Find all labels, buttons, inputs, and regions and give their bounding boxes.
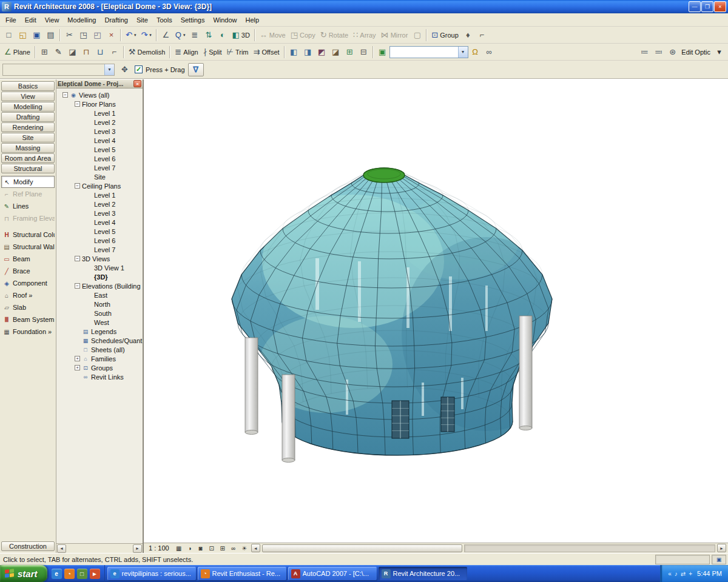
taskbar-task-revitpilipinas-serious[interactable]: erevitpilipinas : serious... [107, 567, 196, 580]
canvas-scrollbar-track[interactable] [464, 544, 715, 552]
taskbar-clock[interactable]: 5:44 PM [697, 570, 722, 577]
new-button[interactable]: □ [2, 28, 16, 42]
tree-item-west[interactable]: West [56, 318, 143, 327]
canvas-scroll-left-icon[interactable]: ◄ [251, 544, 260, 552]
tree-item-north[interactable]: North [56, 299, 143, 309]
network-icon[interactable]: ⇄ [681, 570, 686, 577]
dropdown-arrow-icon[interactable]: ▾ [149, 33, 152, 38]
camera-button[interactable]: ◐ [215, 28, 229, 42]
tree-item-level-7[interactable]: Level 7 [56, 163, 143, 172]
redo-button[interactable]: ↷▾ [138, 28, 153, 42]
split-button[interactable]: ∤Split [201, 45, 224, 59]
scroll-left-icon[interactable]: ◄ [57, 544, 66, 553]
tree-item-3d-view-1[interactable]: 3D View 1 [56, 263, 143, 272]
cut-geometry-button[interactable]: ◪ [329, 45, 343, 59]
print-button[interactable]: ▤ [44, 28, 58, 42]
cut-button[interactable]: ✂ [62, 28, 76, 42]
tree-item-level-6[interactable]: Level 6 [56, 154, 143, 163]
tree-item-level-7[interactable]: Level 7 [56, 245, 143, 254]
paint-button[interactable]: ⊞ [343, 45, 357, 59]
tree-item-level-5[interactable]: Level 5 [56, 145, 143, 154]
tool-beam[interactable]: ▭Beam [1, 253, 55, 265]
volume-icon[interactable]: ♪ [675, 570, 678, 577]
media-player-icon[interactable]: ► [90, 569, 100, 579]
offset-button[interactable]: ⇉Offset [251, 45, 282, 59]
model-graphics-icon[interactable]: ◑ [185, 545, 195, 552]
browser-scrollbar[interactable]: ◄ ► [56, 543, 143, 553]
save-button[interactable]: ▣ [30, 28, 44, 42]
tool-ref-plane[interactable]: ⌐Ref Plane [1, 188, 55, 200]
canvas-scroll-right-icon[interactable]: ► [717, 544, 726, 552]
tree-item-revit-links[interactable]: ∞Revit Links [56, 372, 143, 381]
menu-help[interactable]: Help [241, 15, 264, 25]
roof-join-button[interactable]: ◨ [301, 45, 315, 59]
tool-structural-colu[interactable]: HStructural Colu [1, 229, 55, 241]
group-button[interactable]: ⊡Group [429, 28, 460, 42]
thin-lines-button[interactable]: ≣ [187, 28, 201, 42]
designbar-tab-modelling[interactable]: Modelling [1, 102, 55, 112]
reveal-hidden-icon[interactable]: ☀ [240, 545, 249, 552]
linework-button[interactable]: ⊟ [357, 45, 371, 59]
view-scale-button[interactable]: 1 : 100 [149, 544, 169, 552]
dimension-button[interactable]: ∠ [159, 28, 173, 42]
dynamic-view-button[interactable]: ⇅ [201, 28, 215, 42]
designbar-tab-site[interactable]: Site [1, 133, 55, 142]
sort-type-button[interactable]: ≕ [652, 45, 666, 59]
close-button[interactable]: × [714, 1, 726, 12]
taskbar-task-revit-enthusiast-re[interactable]: ◔Revit Enthusiast - Re... [198, 567, 286, 580]
tree-item-level-2[interactable]: Level 2 [56, 199, 143, 209]
menu-edit[interactable]: Edit [21, 15, 41, 25]
tree-item-elevations-building[interactable]: −Elevations (Building [56, 281, 143, 290]
menu-drafting[interactable]: Drafting [100, 15, 132, 25]
tree-item-groups[interactable]: +⊡Groups [56, 363, 143, 372]
menu-site[interactable]: Site [132, 15, 152, 25]
canvas-scrollbar-thumb[interactable] [262, 544, 462, 552]
tree-item-sheets-all[interactable]: □Sheets (all) [56, 345, 143, 354]
settings-gear-button[interactable]: ⊛ [666, 45, 679, 59]
tree-item-level-1[interactable]: Level 1 [56, 190, 143, 199]
3d-view-button[interactable]: ◧3D [229, 28, 252, 42]
dropdown-arrow-icon[interactable]: ▾ [183, 33, 186, 38]
tool-brace[interactable]: ╱Brace [1, 265, 55, 277]
start-button[interactable]: start [0, 565, 47, 582]
work-plane-button[interactable]: ∠Plane [2, 45, 33, 59]
tree-item-ceiling-plans[interactable]: −Ceiling Plans [56, 181, 143, 190]
demolish-button[interactable]: ⚒Demolish [126, 45, 168, 59]
expand-minus-icon[interactable]: − [62, 92, 68, 98]
crop-visibility-icon[interactable]: ⊞ [218, 545, 228, 552]
surface-grid-button[interactable]: ⊞ [38, 45, 52, 59]
menu-modelling[interactable]: Modelling [63, 15, 100, 25]
tree-item-level-3[interactable]: Level 3 [56, 127, 143, 136]
expand-plus-icon[interactable]: + [75, 356, 80, 361]
tool-lines[interactable]: ✎Lines [1, 200, 55, 212]
zoom-button[interactable]: Q▾ [173, 28, 188, 42]
restore-button[interactable]: ❐ [701, 1, 713, 12]
lock-button[interactable]: Ω [468, 45, 482, 59]
tree-item-level-1[interactable]: Level 1 [56, 109, 143, 118]
designbar-tab-room-and-area[interactable]: Room and Area [1, 153, 55, 163]
firefox-icon[interactable]: ◔ [64, 569, 75, 579]
door-button[interactable]: ⊓ [79, 45, 93, 59]
menu-settings[interactable]: Settings [177, 15, 209, 25]
trim-button[interactable]: ⊬Trim [224, 45, 251, 59]
sketch-button[interactable]: ✎ [52, 45, 66, 59]
designbar-tab-view[interactable]: View [1, 92, 55, 101]
tree-item-site[interactable]: Site [56, 172, 143, 181]
open-button[interactable]: ◱ [16, 28, 30, 42]
tool-structural-wall[interactable]: ▤Structural Wall [1, 241, 55, 253]
align-button[interactable]: ≣Align [172, 45, 200, 59]
project-browser-titlebar[interactable]: Eleptical Dome - Proj... × [56, 79, 143, 89]
filter-button[interactable]: ∇ [188, 63, 204, 76]
tree-item-level-4[interactable]: Level 4 [56, 136, 143, 145]
tree-item-3d-views[interactable]: −3D Views [56, 254, 143, 263]
menu-tools[interactable]: Tools [152, 15, 177, 25]
designbar-tab-basics[interactable]: Basics [1, 81, 55, 91]
undo-button[interactable]: ↶▾ [123, 28, 138, 42]
detail-level-icon[interactable]: ▦ [174, 545, 184, 552]
tree-item-legends[interactable]: ▤Legends [56, 327, 143, 336]
drawing-canvas[interactable]: 1 : 100 ▦◑◙⊡⊞∞☀ ◄ ► [144, 79, 728, 553]
dropdown-arrow-icon[interactable]: ▾ [134, 33, 136, 38]
expand-minus-icon[interactable]: − [75, 183, 80, 189]
tree-item-3d[interactable]: {3D} [56, 272, 143, 281]
taskbar-task-revit-architecture-20[interactable]: RRevit Architecture 20... [379, 567, 467, 580]
